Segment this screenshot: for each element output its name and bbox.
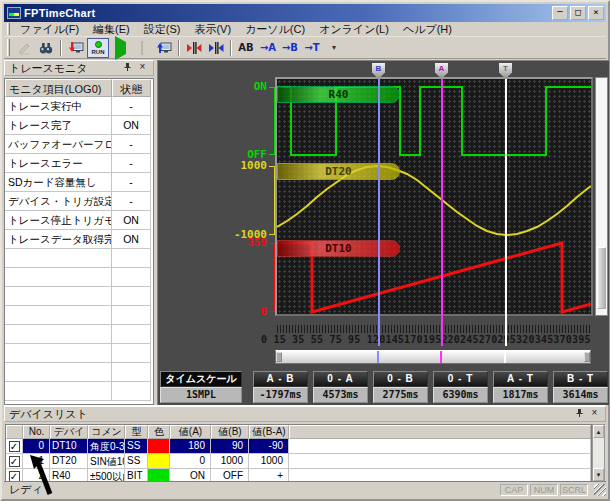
checkbox-icon[interactable]: ✓ (9, 456, 20, 467)
menu-item-1[interactable]: 編集(E) (86, 21, 137, 38)
trace-monitor-row[interactable]: トレースエラー- (5, 154, 153, 173)
plot-overlay: R40DT20DT10 (277, 79, 591, 314)
device-checkbox-cell[interactable]: ✓ (6, 454, 23, 469)
menu-item-4[interactable]: カーソル(C) (238, 21, 312, 38)
device-column-header-型[interactable]: 型 (125, 425, 148, 439)
slider-right-cap[interactable] (584, 352, 590, 362)
cursor-line-B[interactable] (378, 79, 380, 346)
trace-monitor-row[interactable]: トレース停止トリガモニタON (5, 211, 153, 230)
device-column-header-値(B-A)[interactable]: 値(B-A) (249, 425, 289, 439)
column-header-status[interactable]: 状態 (112, 79, 151, 97)
trace-monitor-row[interactable]: トレースデータ取得完了ON (5, 230, 153, 249)
checkbox-icon[interactable]: ✓ (9, 471, 20, 482)
close-button[interactable]: × (588, 6, 604, 20)
stop-trace-button (131, 38, 153, 58)
scale-top-DT10: 359 (209, 237, 267, 249)
trace-monitor-row[interactable]: トレース完了ON (5, 116, 153, 135)
trace-monitor-row[interactable] (5, 382, 153, 401)
trace-item-label (5, 363, 112, 382)
indicator-cap: CAP (500, 484, 528, 496)
device-column-header-値(B)[interactable]: 値(B) (211, 425, 249, 439)
trace-monitor-row[interactable] (5, 363, 153, 382)
checkbox-icon[interactable]: ✓ (9, 441, 20, 452)
close-panel-icon[interactable]: × (136, 62, 149, 74)
trace-monitor-title: トレースモニタ (9, 61, 123, 76)
pin-icon[interactable] (123, 62, 136, 74)
cursor-b-button[interactable] (205, 38, 227, 58)
device-column-header-コメント[interactable]: コメント (88, 425, 125, 439)
scroll-up-icon[interactable]: ▲ (593, 425, 604, 438)
trace-monitor-row[interactable]: SDカード容量無し- (5, 173, 153, 192)
device-column-header-filler (289, 425, 591, 439)
trace-item-status: ON (112, 116, 151, 135)
scrollbar-thumb[interactable] (597, 247, 606, 309)
goto-t-button[interactable]: →T (301, 38, 323, 58)
goto-b-button[interactable]: →B (279, 38, 301, 58)
slider-left-cap[interactable] (276, 352, 282, 362)
measure-header-0: A - B (253, 371, 308, 387)
device-scrollbar[interactable]: ▲ ▼ (592, 424, 605, 482)
find-button[interactable] (35, 38, 57, 58)
cursor-a-button[interactable] (183, 38, 205, 58)
trace-item-label: デバイス・トリガ設定異常 (5, 192, 112, 211)
minimize-button[interactable]: ─ (552, 6, 568, 20)
cursor-line-A[interactable] (441, 79, 443, 346)
trace-monitor-row[interactable]: デバイス・トリガ設定異常- (5, 192, 153, 211)
device-column-header-色[interactable]: 色 (148, 425, 170, 439)
timescale-header: タイムスケール (160, 371, 242, 387)
download-to-plc-button[interactable] (65, 38, 87, 58)
slider-tick-B (377, 351, 379, 363)
trace-monitor-row[interactable] (5, 325, 153, 344)
resize-grip[interactable] (594, 484, 606, 496)
trace-monitor-row[interactable]: バッファオーバーフロー- (5, 135, 153, 154)
menu-item-0[interactable]: ファイル(F) (13, 21, 86, 38)
trace-item-status (112, 363, 151, 382)
vertical-scrollbar[interactable] (595, 77, 608, 316)
device-row-DT10[interactable]: ✓0DT10角度0-359度SS18090-90 (6, 439, 591, 454)
find-icon (38, 40, 54, 56)
menu-item-2[interactable]: 設定(S) (137, 21, 188, 38)
device-column-header-値(A)[interactable]: 値(A) (170, 425, 211, 439)
time-slider[interactable] (275, 350, 591, 364)
start-trace-button[interactable] (109, 38, 131, 58)
trace-item-label: バッファオーバーフロー (5, 135, 112, 154)
trace-item-label: トレースエラー (5, 154, 112, 173)
goto-b-label: →B (282, 42, 298, 53)
device-column-header-select[interactable] (6, 425, 23, 439)
maximize-button[interactable]: □ (570, 6, 586, 20)
column-header-item[interactable]: モニタ項目(LOG0) (5, 79, 112, 97)
trace-item-status: ON (112, 230, 151, 249)
waveform-plot[interactable]: R40DT20DT10 (277, 79, 591, 314)
device-column-header-No.[interactable]: No. (23, 425, 50, 439)
run-monitor-button[interactable]: RUN (87, 38, 109, 58)
trace-item-label (5, 268, 112, 287)
toolbar-grip (7, 39, 10, 56)
close-panel-icon[interactable]: × (588, 408, 601, 420)
cursor-line-T[interactable] (505, 79, 507, 346)
trace-monitor-row[interactable] (5, 306, 153, 325)
goto-a-button[interactable]: →A (257, 38, 279, 58)
more-button[interactable]: ▾ (323, 38, 345, 58)
trace-monitor-row[interactable] (5, 268, 153, 287)
menu-item-6[interactable]: ヘルプ(H) (396, 21, 459, 38)
device-value-b-a: -90 (249, 439, 289, 454)
device-value-b: 90 (211, 439, 249, 454)
scroll-down-icon[interactable]: ▼ (593, 468, 604, 481)
read-from-plc-button[interactable] (153, 38, 175, 58)
trace-monitor-row[interactable] (5, 287, 153, 306)
scale-bottom-R40: OFF (209, 149, 267, 161)
trace-monitor-row[interactable] (5, 344, 153, 363)
menu-item-3[interactable]: 表示(V) (187, 21, 238, 38)
ab-jump-button[interactable]: AB (235, 38, 257, 58)
trace-item-label: トレース停止トリガモニタ (5, 211, 112, 230)
trace-item-label (5, 344, 112, 363)
measure-value-1: 4573ms (313, 387, 368, 403)
device-column-header-デバイス[interactable]: デバイス (50, 425, 88, 439)
device-checkbox-cell[interactable]: ✓ (6, 439, 23, 454)
trace-monitor-titlebar: トレースモニタ × (4, 60, 154, 76)
trace-monitor-row[interactable] (5, 249, 153, 268)
device-row-DT20[interactable]: ✓1DT20SIN値1000倍SS010001000 (6, 454, 591, 469)
pin-icon[interactable] (575, 408, 588, 420)
trace-monitor-row[interactable]: トレース実行中- (5, 97, 153, 116)
menu-item-5[interactable]: オンライン(L) (312, 21, 396, 38)
